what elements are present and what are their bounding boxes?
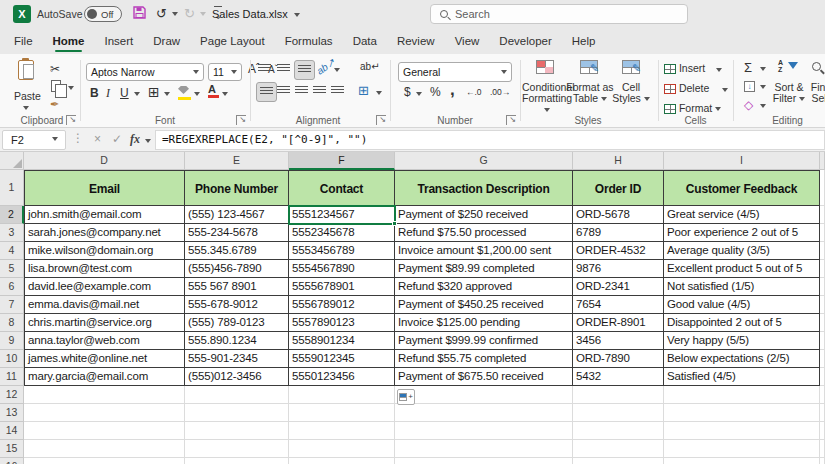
cell-E9[interactable]: 555.890.1234 <box>185 332 289 350</box>
fill-button[interactable]: ↓ <box>744 79 755 92</box>
cell-I12[interactable] <box>664 386 820 404</box>
cell-D4[interactable]: mike.wilson@domain.org <box>24 242 185 260</box>
fill-dropdown-icon[interactable] <box>760 85 766 89</box>
cell-F11[interactable]: 5550123456 <box>289 368 395 386</box>
column-header-I[interactable]: I <box>664 152 820 170</box>
cell-D10[interactable]: james.white@online.net <box>24 350 185 368</box>
cell-G7[interactable]: Payment of $450.25 received <box>395 296 573 314</box>
redo-button[interactable]: ↻ <box>184 6 195 22</box>
orientation-dropdown-icon[interactable] <box>334 68 340 72</box>
format-cells-button[interactable]: Format <box>664 102 721 114</box>
cell-D15[interactable] <box>24 440 185 458</box>
orientation-button[interactable]: ab↗ <box>315 56 337 76</box>
cell-G10[interactable]: Refund $55.75 completed <box>395 350 573 368</box>
cell-I10[interactable]: Below expectations (2/5) <box>664 350 820 368</box>
increase-decimal-button[interactable]: ←.0 <box>466 87 482 97</box>
cell-D14[interactable] <box>24 422 185 440</box>
title-dropdown-icon[interactable] <box>294 13 300 17</box>
align-left-button[interactable] <box>256 82 277 102</box>
cell-H7[interactable]: 7654 <box>573 296 664 314</box>
row-header-12[interactable]: 12 <box>0 386 24 404</box>
cell-E4[interactable]: 555.345.6789 <box>185 242 289 260</box>
name-box-dropdown-icon[interactable] <box>52 137 58 141</box>
cell-D7[interactable]: emma.davis@mail.net <box>24 296 185 314</box>
autosum-dropdown-icon[interactable] <box>760 67 766 71</box>
borders-dropdown-icon[interactable] <box>164 92 170 96</box>
cell-E15[interactable] <box>185 440 289 458</box>
tab-formulas[interactable]: Formulas <box>285 28 333 54</box>
cell-styles-button[interactable]: CellStyles <box>610 82 652 104</box>
cell-E16[interactable] <box>185 458 289 464</box>
cell-D1[interactable]: Email <box>24 170 185 206</box>
find-select-button[interactable]: Find &Select <box>806 82 825 104</box>
paste-dropdown-icon[interactable] <box>23 106 29 110</box>
font-color-dropdown-icon[interactable] <box>222 92 228 96</box>
cell-H16[interactable] <box>573 458 664 464</box>
merge-center-button[interactable]: ⊞ <box>358 83 369 98</box>
cell-F14[interactable] <box>289 422 395 440</box>
delete-cells-button[interactable]: Delete <box>664 82 709 94</box>
cell-D12[interactable] <box>24 386 185 404</box>
align-center-button[interactable] <box>277 85 290 97</box>
merge-dropdown-icon[interactable] <box>376 91 382 95</box>
cell-F15[interactable] <box>289 440 395 458</box>
clear-dropdown-icon[interactable] <box>760 104 766 108</box>
row-header-8[interactable]: 8 <box>0 314 24 332</box>
column-header-H[interactable]: H <box>573 152 664 170</box>
tab-page-layout[interactable]: Page Layout <box>200 28 265 54</box>
tab-data[interactable]: Data <box>353 28 377 54</box>
cell-E5[interactable]: (555)456-7890 <box>185 260 289 278</box>
conditional-formatting-button[interactable]: ConditionalFormatting <box>522 82 572 115</box>
paste-button[interactable] <box>18 60 34 82</box>
number-dialog-launcher[interactable]: ↘ <box>506 115 516 125</box>
bold-button[interactable]: B <box>90 86 99 100</box>
middle-align-button[interactable] <box>277 63 290 75</box>
cell-D16[interactable] <box>24 458 185 464</box>
row-header-2[interactable]: 2 <box>0 206 24 224</box>
document-title[interactable]: Sales Data.xlsx <box>212 8 288 20</box>
row-header-4[interactable]: 4 <box>0 242 24 260</box>
font-size-combo[interactable]: 11 <box>208 63 242 81</box>
wrap-text-button[interactable]: ab↵ <box>360 61 380 72</box>
bottom-align-button[interactable] <box>294 60 315 80</box>
cell-F9[interactable]: 5558901234 <box>289 332 395 350</box>
cell-H12[interactable] <box>573 386 664 404</box>
delete-dropdown-icon[interactable] <box>722 88 728 92</box>
cell-F6[interactable]: 5555678901 <box>289 278 395 296</box>
column-header-F[interactable]: F <box>289 152 395 170</box>
row-header-15[interactable]: 15 <box>0 440 24 458</box>
cell-G6[interactable]: Refund $320 approved <box>395 278 573 296</box>
insert-dropdown-icon[interactable] <box>716 68 722 72</box>
insert-function-button[interactable]: fx <box>130 132 140 147</box>
cell-D9[interactable]: anna.taylor@web.com <box>24 332 185 350</box>
save-icon[interactable] <box>132 5 147 24</box>
tab-file[interactable]: File <box>14 28 33 54</box>
clear-button[interactable]: ◇ <box>744 98 753 112</box>
cell-E3[interactable]: 555-234-5678 <box>185 224 289 242</box>
cell-H14[interactable] <box>573 422 664 440</box>
undo-dropdown-icon[interactable] <box>172 12 178 16</box>
cell-F3[interactable]: 5552345678 <box>289 224 395 242</box>
paste-label[interactable]: Paste <box>14 90 41 102</box>
fill-handle[interactable] <box>392 221 397 226</box>
cell-G1[interactable]: Transaction Description <box>395 170 573 206</box>
cell-E8[interactable]: (555) 789-0123 <box>185 314 289 332</box>
cell-G16[interactable] <box>395 458 573 464</box>
copy-dropdown-icon[interactable] <box>68 86 74 90</box>
row-header-1[interactable]: 1 <box>0 170 24 206</box>
redo-dropdown-icon[interactable] <box>200 12 206 16</box>
cell-I14[interactable] <box>664 422 820 440</box>
cell-I7[interactable]: Good value (4/5) <box>664 296 820 314</box>
percent-button[interactable]: % <box>430 85 441 99</box>
cell-I15[interactable] <box>664 440 820 458</box>
cell-G11[interactable]: Payment of $675.50 received <box>395 368 573 386</box>
row-header-6[interactable]: 6 <box>0 278 24 296</box>
cell-E6[interactable]: 555 567 8901 <box>185 278 289 296</box>
fill-color-dropdown-icon[interactable] <box>194 92 200 96</box>
cell-E2[interactable]: (555) 123-4567 <box>185 206 289 224</box>
row-header-16[interactable]: 16 <box>0 458 24 464</box>
tab-insert[interactable]: Insert <box>104 28 133 54</box>
cell-F12[interactable] <box>289 386 395 404</box>
cut-button[interactable]: ✂ <box>50 62 60 76</box>
format-as-table-button[interactable]: Format asTable <box>566 82 614 104</box>
